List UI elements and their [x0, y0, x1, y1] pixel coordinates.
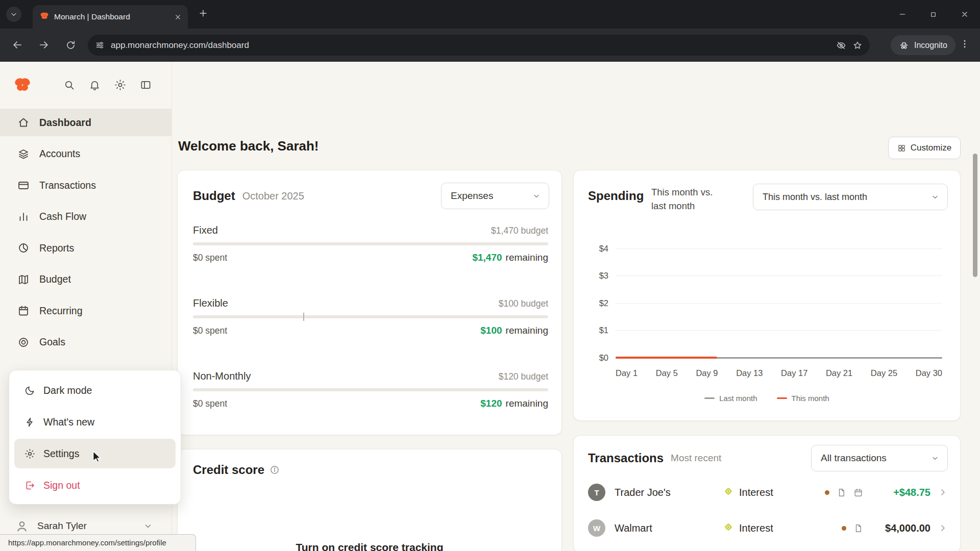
- transactions-filter-select[interactable]: All transactions: [811, 445, 948, 471]
- transaction-row[interactable]: W Walmart Interest $4,000.00: [588, 515, 948, 541]
- sidebar-item-accounts[interactable]: Accounts: [0, 140, 172, 168]
- credit-score-title: Credit score: [193, 463, 264, 477]
- y-axis-label: $1: [584, 325, 608, 335]
- budget-card: Budget October 2025 Expenses Fixed $1,47…: [177, 170, 562, 435]
- budget-type-select[interactable]: Expenses: [441, 183, 549, 209]
- sidebar-item-dashboard[interactable]: Dashboard: [0, 109, 172, 136]
- spending-card: Spending This month vs. last month This …: [573, 170, 961, 421]
- chart-line-this-month: [616, 357, 717, 359]
- budget-group-fixed: Fixed $1,470 budget $0 spent $1,470remai…: [193, 224, 548, 263]
- notifications-bell-icon[interactable]: [89, 79, 101, 91]
- spending-title: Spending: [588, 189, 644, 203]
- bookmark-star-icon[interactable]: [852, 40, 863, 51]
- transactions-title: Transactions: [588, 451, 664, 465]
- credit-card-icon: [17, 179, 30, 191]
- monarch-logo-icon: [12, 76, 33, 96]
- layers-icon: [17, 148, 30, 160]
- user-avatar-icon: [14, 518, 30, 534]
- legend-label: This month: [792, 394, 829, 403]
- transactions-subtitle: Most recent: [671, 453, 721, 464]
- spending-chart-plot: [616, 248, 942, 358]
- user-name: Sarah Tyler: [37, 520, 87, 532]
- budget-title: Budget: [193, 189, 235, 203]
- incognito-icon: [899, 40, 909, 51]
- tab-title: Monarch | Dashboard: [54, 12, 169, 21]
- transaction-row[interactable]: T Trader Joe's Interest +$48.75: [588, 480, 948, 505]
- settings-gear-icon[interactable]: [114, 79, 126, 91]
- budget-progress-bar: [193, 315, 548, 318]
- budget-group-flexible: Flexible $100 budget $0 spent $100remain…: [193, 297, 548, 336]
- sidebar-item-cash-flow[interactable]: Cash Flow: [0, 203, 172, 231]
- chevron-down-icon: [10, 10, 18, 18]
- sidebar-item-budget[interactable]: Budget: [0, 266, 172, 293]
- window-close-button[interactable]: [949, 0, 980, 29]
- map-icon: [17, 273, 30, 286]
- status-dot: [825, 490, 829, 495]
- lightning-icon: [24, 417, 35, 428]
- category-interest-icon: [723, 521, 734, 535]
- search-icon[interactable]: [63, 79, 75, 91]
- calendar-icon: [17, 305, 30, 317]
- browser-menu-icon[interactable]: [960, 39, 970, 51]
- chevron-down-icon: [143, 521, 153, 531]
- page-scrollbar[interactable]: [973, 154, 977, 277]
- sidebar-item-reports[interactable]: Reports: [0, 234, 172, 262]
- merchant-avatar: T: [588, 484, 605, 501]
- legend-dash: [777, 397, 787, 399]
- menu-item-whats-new[interactable]: What's new: [14, 407, 176, 437]
- incognito-badge: Incognito: [891, 35, 955, 55]
- new-tab-button[interactable]: [198, 8, 208, 18]
- site-info-icon[interactable]: [95, 40, 105, 50]
- document-icon: [853, 523, 863, 533]
- transaction-amount: $4,000.00: [870, 522, 930, 534]
- budget-progress-bar: [193, 388, 548, 391]
- tab-search-button[interactable]: [6, 7, 21, 22]
- calendar-icon: [853, 488, 863, 497]
- transactions-card: Transactions Most recent All transaction…: [573, 435, 961, 551]
- sidebar-nav: Dashboard Accounts Transactions Cash Flo…: [0, 109, 172, 360]
- spending-range-select[interactable]: This month vs. last month: [753, 184, 948, 210]
- url-text: app.monarchmoney.com/dashboard: [111, 40, 830, 51]
- sidebar-item-transactions[interactable]: Transactions: [0, 171, 172, 199]
- merchant-name: Walmart: [615, 522, 723, 534]
- chevron-right-icon: [938, 523, 948, 533]
- mouse-cursor: [90, 450, 102, 465]
- window-minimize-button[interactable]: [887, 0, 918, 29]
- menu-item-sign-out[interactable]: Sign out: [14, 470, 176, 500]
- chevron-right-icon: [938, 487, 948, 497]
- reload-button[interactable]: [59, 34, 82, 56]
- browser-tab[interactable]: Monarch | Dashboard: [33, 5, 188, 29]
- sidebar-item-goals[interactable]: Goals: [0, 329, 172, 356]
- credit-score-card: Credit score Turn on credit score tracki…: [177, 449, 562, 551]
- chevron-down-icon: [931, 454, 939, 462]
- info-icon[interactable]: [270, 465, 280, 475]
- merchant-name: Trader Joe's: [615, 487, 723, 498]
- spending-subtitle: This month vs. last month: [651, 186, 728, 213]
- customize-button[interactable]: Customize: [888, 137, 961, 159]
- status-dot: [842, 526, 846, 531]
- tab-close-button[interactable]: [174, 13, 182, 21]
- browser-chrome: Monarch | Dashboard app.monarchm: [0, 0, 980, 62]
- budget-month-label: October 2025: [242, 190, 304, 202]
- target-icon: [17, 336, 30, 348]
- moon-icon: [24, 385, 35, 396]
- y-axis-label: $2: [584, 298, 608, 308]
- category-label: Interest: [739, 522, 773, 534]
- menu-item-dark-mode[interactable]: Dark mode: [14, 375, 176, 405]
- chevron-down-icon: [532, 192, 541, 200]
- sidebar-item-recurring[interactable]: Recurring: [0, 297, 172, 324]
- budget-group-non-monthly: Non-Monthly $120 budget $0 spent $120rem…: [193, 370, 548, 409]
- x-axis-labels: Day 1 Day 5 Day 9 Day 13 Day 17 Day 21 D…: [616, 368, 942, 378]
- budget-target-tick: [303, 313, 304, 321]
- document-icon: [837, 488, 846, 497]
- forward-button[interactable]: [33, 34, 55, 56]
- url-bar[interactable]: app.monarchmoney.com/dashboard: [88, 35, 870, 56]
- legend-label: Last month: [719, 394, 757, 403]
- back-button[interactable]: [6, 34, 29, 56]
- window-maximize-button[interactable]: [918, 0, 949, 29]
- eye-off-icon[interactable]: [836, 40, 846, 51]
- y-axis-label: $4: [584, 243, 608, 254]
- cta-title: Turn on credit score tracking: [178, 541, 561, 551]
- sidebar-toggle-icon[interactable]: [140, 79, 152, 91]
- sign-out-icon: [24, 480, 35, 491]
